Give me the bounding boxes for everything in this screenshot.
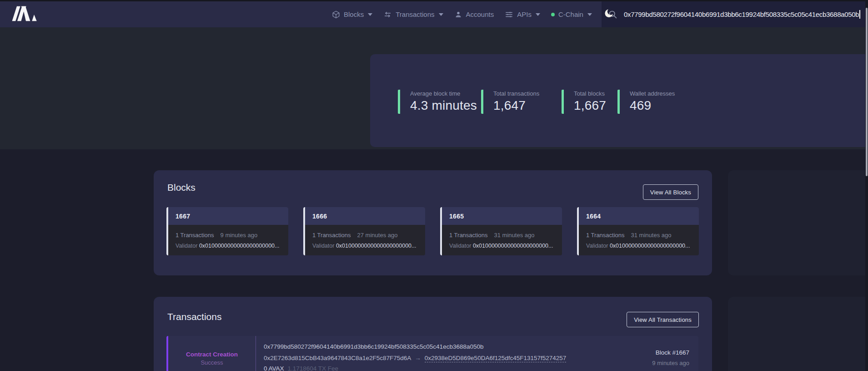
view-all-blocks-button[interactable]: View All Blocks xyxy=(643,184,698,200)
chevron-down-icon xyxy=(439,13,443,16)
block-time: 27 minutes ago xyxy=(357,232,398,239)
block-number: 1667 xyxy=(176,213,190,220)
validator-label: Validator xyxy=(312,243,334,249)
block-tx-count: 1 Transactions xyxy=(176,232,214,239)
scrollbar-thumb[interactable] xyxy=(866,8,868,176)
cube-icon xyxy=(332,10,340,19)
transaction-value: 0 AVAX1.1718604 TX Fee xyxy=(264,365,338,371)
chain-selector-label: C-Chain xyxy=(558,10,583,18)
block-card-validator: Validator 0x0100000000000000000000... xyxy=(449,243,553,249)
to-address-link[interactable]: 0x2938eD5D869e50DA6f125dfc45F13157f52742… xyxy=(425,355,567,362)
stat-value: 1,667 xyxy=(574,98,606,113)
transfer-arrows-icon xyxy=(383,10,392,19)
network-stats-card: Average block time 4.3 minutes Total tra… xyxy=(370,54,868,147)
nav-item-label: Accounts xyxy=(466,10,494,18)
stat-value: 4.3 minutes xyxy=(410,98,477,113)
scrollbar[interactable] xyxy=(865,0,868,371)
stat-label: Wallet addresses xyxy=(630,90,675,97)
transactions-panel-title: Transactions xyxy=(167,311,221,322)
stat-value: 469 xyxy=(630,98,675,113)
stat-label: Total transactions xyxy=(493,90,539,97)
search-bar[interactable]: 0x7799bd580272f9604140b6991d3bb6c19924bf… xyxy=(602,1,865,27)
nav-item-blocks[interactable]: Blocks xyxy=(332,10,372,19)
nav-item-label: Blocks xyxy=(344,10,364,18)
chain-status-dot xyxy=(551,13,555,16)
block-time: 31 minutes ago xyxy=(631,232,672,239)
amount: 0 AVAX xyxy=(264,365,284,371)
person-icon xyxy=(454,10,462,19)
background-panel-blocks xyxy=(728,170,868,275)
block-number: 1664 xyxy=(586,213,601,220)
validator-address: 0x0100000000000000000000... xyxy=(610,243,690,249)
transaction-time: 9 minutes ago xyxy=(652,360,689,366)
validator-label: Validator xyxy=(449,243,471,249)
block-card-header: 1667 xyxy=(168,207,288,225)
block-card-validator: Validator 0x0100000000000000000000... xyxy=(312,243,416,249)
blocks-panel: Blocks View All Blocks 1667 1 Transactio… xyxy=(154,170,712,275)
stat-total-blocks: Total blocks 1,667 xyxy=(562,90,606,114)
stat-value: 1,647 xyxy=(493,98,539,113)
block-card-1666[interactable]: 1666 1 Transactions27 minutes ago Valida… xyxy=(303,207,425,255)
validator-address: 0x0100000000000000000000... xyxy=(336,243,416,249)
block-card-header: 1666 xyxy=(305,207,425,225)
block-card-1665[interactable]: 1665 1 Transactions31 minutes ago Valida… xyxy=(440,207,562,255)
stat-average-block-time: Average block time 4.3 minutes xyxy=(398,90,477,114)
nav-item-transactions[interactable]: Transactions xyxy=(383,10,443,19)
nav-menu: Blocks Transactions Accounts APIs C-Chai… xyxy=(332,1,614,27)
block-number: 1665 xyxy=(449,213,464,220)
chevron-down-icon xyxy=(587,13,592,16)
block-card-meta: 1 Transactions9 minutes ago xyxy=(176,232,257,239)
from-address[interactable]: 0x2E7263d815CbB43a9647843C8a1e2F5c87F75d… xyxy=(264,355,411,361)
arrow-right-icon: → xyxy=(415,355,421,361)
nav-item-label: APIs xyxy=(517,10,532,18)
block-card-header: 1664 xyxy=(579,207,699,225)
stat-label: Total blocks xyxy=(574,90,606,97)
block-card-validator: Validator 0x0100000000000000000000... xyxy=(176,243,279,249)
transaction-type: Contract Creation xyxy=(168,351,256,358)
transaction-block-link[interactable]: Block #1667 xyxy=(656,349,689,356)
moon-icon xyxy=(604,8,614,20)
transaction-type-cell: Contract Creation Success xyxy=(168,336,256,371)
stat-wallet-addresses: Wallet addresses 469 xyxy=(617,90,675,114)
block-card-validator: Validator 0x0100000000000000000000... xyxy=(586,243,690,249)
nav-item-apis[interactable]: APIs xyxy=(505,10,540,19)
theme-toggle-button[interactable] xyxy=(604,8,614,20)
nav-item-label: Transactions xyxy=(396,10,434,18)
block-number: 1666 xyxy=(312,213,327,220)
divider xyxy=(256,336,256,371)
blocks-panel-title: Blocks xyxy=(167,182,196,193)
validator-address: 0x0100000000000000000000... xyxy=(199,243,280,249)
block-time: 31 minutes ago xyxy=(494,232,535,239)
nav-item-accounts[interactable]: Accounts xyxy=(454,10,494,19)
block-card-meta: 1 Transactions31 minutes ago xyxy=(586,232,671,239)
block-card-header: 1665 xyxy=(442,207,562,225)
validator-label: Validator xyxy=(176,243,197,249)
transaction-status-badge: Success xyxy=(168,359,256,366)
stat-label: Average block time xyxy=(410,90,477,97)
transaction-row[interactable]: Contract Creation Success 0x7799bd580272… xyxy=(166,336,698,371)
validator-address: 0x0100000000000000000000... xyxy=(473,243,553,249)
stat-total-transactions: Total transactions 1,647 xyxy=(481,90,539,114)
block-card-1664[interactable]: 1664 1 Transactions31 minutes ago Valida… xyxy=(577,207,699,255)
block-tx-count: 1 Transactions xyxy=(449,232,488,239)
transactions-panel: Transactions View All Transactions Contr… xyxy=(154,297,712,371)
block-card-meta: 1 Transactions27 minutes ago xyxy=(312,232,397,239)
block-tx-count: 1 Transactions xyxy=(586,232,625,239)
avalanche-logo[interactable] xyxy=(11,5,40,22)
block-card-1667[interactable]: 1667 1 Transactions9 minutes ago Validat… xyxy=(166,207,288,255)
transaction-addresses: 0x2E7263d815CbB43a9647843C8a1e2F5c87F75d… xyxy=(264,355,566,361)
block-time: 9 minutes ago xyxy=(221,232,258,239)
chain-selector[interactable]: C-Chain xyxy=(551,10,592,18)
tx-fee: 1.1718604 TX Fee xyxy=(288,365,339,371)
chevron-down-icon xyxy=(368,13,372,16)
block-tx-count: 1 Transactions xyxy=(312,232,351,239)
view-all-transactions-button[interactable]: View All Transactions xyxy=(627,312,699,327)
chevron-down-icon xyxy=(536,13,540,16)
block-card-meta: 1 Transactions31 minutes ago xyxy=(449,232,534,239)
search-input[interactable]: 0x7799bd580272f9604140b6991d3bb6c19924bf… xyxy=(624,10,859,18)
text-cursor xyxy=(859,10,860,19)
background-panel-transactions xyxy=(728,297,868,371)
sliders-icon xyxy=(505,10,513,19)
validator-label: Validator xyxy=(586,243,608,249)
transaction-hash[interactable]: 0x7799bd580272f9604140b6991d3bb6c19924bf… xyxy=(264,343,483,350)
